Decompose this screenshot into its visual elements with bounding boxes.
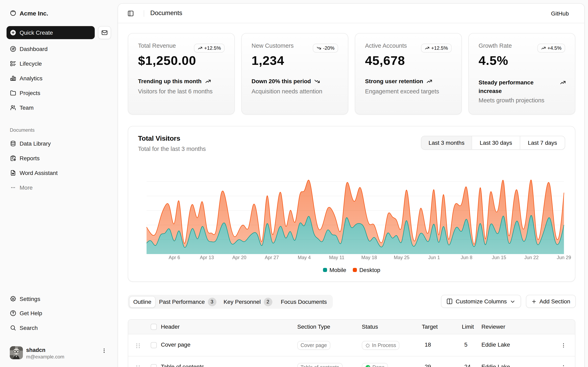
svg-text:Apr 20: Apr 20 [232, 255, 246, 260]
svg-text:Apr 13: Apr 13 [200, 255, 214, 260]
svg-text:Jun 15: Jun 15 [492, 255, 506, 260]
svg-text:May 4: May 4 [298, 255, 311, 260]
svg-text:May 18: May 18 [361, 255, 377, 260]
svg-text:Jun 22: Jun 22 [524, 255, 539, 260]
svg-text:Jun 1: Jun 1 [428, 255, 440, 260]
svg-text:May 25: May 25 [394, 255, 410, 260]
svg-text:Apr 27: Apr 27 [265, 255, 279, 260]
svg-text:Jun 29: Jun 29 [557, 255, 571, 260]
svg-text:Apr 6: Apr 6 [169, 255, 180, 260]
svg-text:May 11: May 11 [329, 255, 345, 260]
svg-text:Jun 8: Jun 8 [461, 255, 472, 260]
